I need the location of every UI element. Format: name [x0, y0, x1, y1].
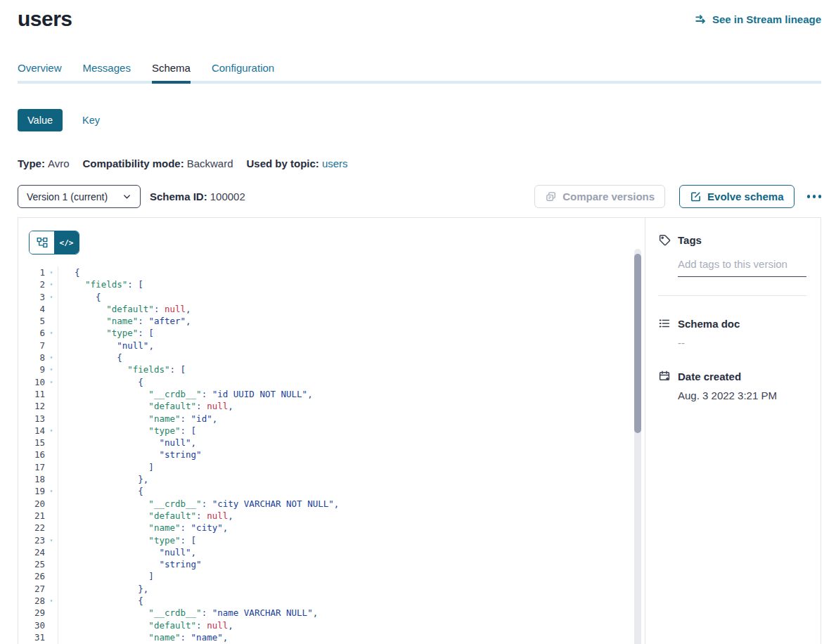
code-view-button[interactable]: </>: [54, 231, 79, 254]
schema-doc-section: Schema doc --: [658, 317, 806, 349]
line-gutter: 17: [18, 461, 58, 473]
code-line: 11 "__crdb__": "id UUID NOT NULL",: [18, 388, 645, 400]
schema-page: users See in Stream lineage Overview Mes…: [0, 0, 836, 644]
tab-messages[interactable]: Messages: [83, 62, 131, 84]
line-number: 31: [18, 631, 45, 643]
line-gutter: 24: [18, 546, 58, 558]
date-created-heading: Date created: [658, 370, 806, 382]
tab-overview[interactable]: Overview: [18, 62, 62, 84]
code-line: 24 "null",: [18, 546, 645, 558]
line-number: 28: [18, 595, 45, 607]
code-line-text: {: [58, 376, 143, 388]
line-gutter: 7: [18, 340, 58, 352]
key-toggle-button[interactable]: Key: [82, 115, 100, 126]
line-gutter: 29: [18, 607, 58, 619]
code-line-text: {: [58, 352, 122, 363]
fold-toggle-icon[interactable]: ▾: [45, 534, 58, 546]
code-line-text: },: [58, 583, 148, 595]
scrollbar-thumb[interactable]: [634, 254, 641, 433]
evolve-schema-button[interactable]: Evolve schema: [679, 185, 794, 208]
code-line-text: "name": "city",: [58, 522, 228, 534]
line-number: 23: [18, 534, 45, 546]
stream-lineage-icon: [695, 13, 707, 25]
version-select[interactable]: Version 1 (current): [18, 185, 141, 208]
code-line-text: {: [58, 291, 101, 303]
code-line-text: "null",: [58, 546, 196, 558]
code-line-text: "null",: [58, 340, 154, 352]
fold-toggle-icon[interactable]: ▾: [45, 376, 58, 388]
fold-toggle-icon[interactable]: ▾: [45, 266, 58, 278]
code-line-text: "fields": [: [58, 278, 143, 290]
line-gutter: 9▾: [18, 363, 58, 375]
line-number: 1: [18, 266, 45, 278]
code-line: 16 "string": [18, 449, 645, 461]
code-line: 29 "__crdb__": "name VARCHAR NULL",: [18, 607, 645, 619]
schema-sidebar: Tags Schema doc --: [645, 218, 821, 644]
line-gutter: 25: [18, 558, 58, 570]
line-number: 8: [18, 352, 45, 363]
code-line: 8▾ {: [18, 352, 645, 363]
line-number: 26: [18, 570, 45, 582]
fold-toggle-icon[interactable]: ▾: [45, 485, 58, 497]
code-line: 10▾ {: [18, 376, 645, 388]
code-line: 13 "name": "id",: [18, 413, 645, 425]
date-created-value: Aug. 3 2022 3:21 PM: [678, 389, 806, 401]
code-line-text: "default": null,: [58, 400, 233, 412]
code-line: 15 "null",: [18, 437, 645, 449]
fold-toggle-icon[interactable]: ▾: [45, 291, 58, 303]
code-line: 5 "name": "after",: [18, 315, 645, 327]
code-line: 3▾ {: [18, 291, 645, 303]
line-number: 30: [18, 619, 45, 631]
code-line: 2▾ "fields": [: [18, 278, 645, 290]
line-number: 18: [18, 473, 45, 485]
code-line-text: "__crdb__": "city VARCHAR NOT NULL",: [58, 498, 339, 510]
line-gutter: 10▾: [18, 376, 58, 388]
fold-toggle-icon[interactable]: ▾: [45, 278, 58, 290]
code-line: 31 "name": "name",: [18, 631, 645, 643]
fold-toggle-icon[interactable]: ▾: [45, 363, 58, 375]
line-gutter: 31: [18, 631, 58, 643]
tab-bar: Overview Messages Schema Configuration: [18, 62, 821, 84]
tab-schema[interactable]: Schema: [152, 62, 191, 84]
tab-configuration[interactable]: Configuration: [212, 62, 274, 84]
fold-toggle-icon[interactable]: ▾: [45, 352, 58, 363]
fold-toggle-icon[interactable]: ▾: [45, 595, 58, 607]
code-line: 25 "string": [18, 558, 645, 570]
line-number: 5: [18, 315, 45, 327]
topic-link[interactable]: users: [322, 157, 348, 169]
line-number: 29: [18, 607, 45, 619]
tags-section: Tags: [658, 233, 806, 296]
more-options-button[interactable]: [807, 192, 822, 201]
code-line: 21 "default": null,: [18, 510, 645, 522]
schema-doc-heading: Schema doc: [658, 317, 806, 330]
tree-view-button[interactable]: [30, 231, 54, 254]
line-number: 2: [18, 278, 45, 290]
code-line-text: "default": null,: [58, 510, 233, 522]
fold-toggle-icon[interactable]: ▾: [45, 327, 58, 339]
line-gutter: 5: [18, 315, 58, 327]
line-number: 24: [18, 546, 45, 558]
code-line-text: {: [58, 266, 80, 278]
line-number: 12: [18, 400, 45, 412]
value-toggle-button[interactable]: Value: [18, 109, 63, 131]
code-line: 7 "null",: [18, 340, 645, 352]
line-gutter: 4: [18, 303, 58, 315]
line-gutter: 13: [18, 413, 58, 425]
fold-toggle-icon[interactable]: ▾: [45, 425, 58, 437]
line-gutter: 27: [18, 583, 58, 595]
stream-lineage-link[interactable]: See in Stream lineage: [695, 13, 821, 25]
line-gutter: 12: [18, 400, 58, 412]
line-number: 10: [18, 376, 45, 388]
code-line-text: "string": [58, 558, 202, 570]
code-line-text: "type": [: [58, 534, 196, 546]
ellipsis-icon: [807, 195, 811, 198]
code-line: 6▾ "type": [: [18, 327, 645, 339]
code-line-text: ]: [58, 570, 154, 582]
compare-versions-button[interactable]: Compare versions: [534, 185, 665, 208]
editor-scrollbar[interactable]: [634, 249, 641, 644]
code-line-text: },: [58, 473, 148, 485]
page-title: users: [18, 7, 72, 31]
add-tags-input[interactable]: [678, 255, 806, 277]
code-line: 23▾ "type": [: [18, 534, 645, 546]
code-line-text: {: [58, 595, 143, 607]
